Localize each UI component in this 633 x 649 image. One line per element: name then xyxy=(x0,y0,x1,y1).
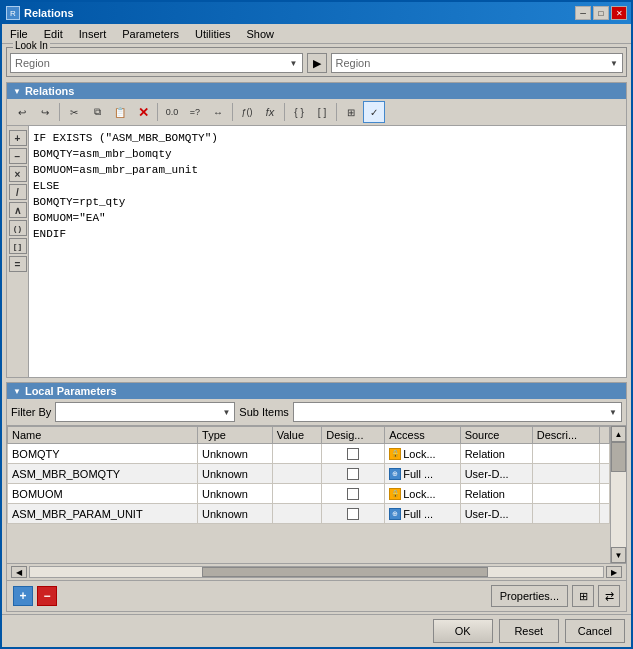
function-browse-button[interactable]: ƒ() xyxy=(236,101,258,123)
add-parameter-button[interactable]: + xyxy=(13,586,33,606)
look-in-label: Look In xyxy=(13,40,50,51)
ok-button[interactable]: OK xyxy=(433,619,493,643)
params-table-wrapper: Name Type Value Desig... Access Source D… xyxy=(7,426,626,563)
relations-toolbar: ↩ ↪ ✂ ⧉ 📋 ✕ 0.0 =? ↔ ƒ() fx { } [ ] ⊞ ✓ xyxy=(7,99,626,126)
cancel-button[interactable]: Cancel xyxy=(565,619,625,643)
minus-op-button[interactable]: − xyxy=(9,148,27,164)
title-bar: R Relations ─ □ ✕ xyxy=(2,2,631,24)
arrow-button[interactable]: ↔ xyxy=(207,101,229,123)
cell-descri xyxy=(532,484,599,504)
fx-button[interactable]: fx xyxy=(259,101,281,123)
plus-op-button[interactable]: + xyxy=(9,130,27,146)
cell-desig[interactable] xyxy=(322,504,385,524)
col-value[interactable]: Value xyxy=(272,427,321,444)
format-num-button[interactable]: 0.0 xyxy=(161,101,183,123)
sub-items-dropdown-icon: ▼ xyxy=(609,408,617,417)
add-remove-buttons: + − xyxy=(13,586,57,606)
desig-checkbox[interactable] xyxy=(347,508,359,520)
look-in-navigate-button[interactable]: ▶ xyxy=(307,53,327,73)
properties-button[interactable]: Properties... xyxy=(491,585,568,607)
bracket-op-button[interactable]: [ ] xyxy=(9,238,27,254)
menu-insert[interactable]: Insert xyxy=(75,27,111,41)
minimize-button[interactable]: ─ xyxy=(575,6,591,20)
relations-header: ▼ Relations xyxy=(7,83,626,99)
sync-button[interactable]: ⇄ xyxy=(598,585,620,607)
table-row: BOMUOM Unknown 🔒Lock... Relation xyxy=(8,484,610,504)
sub-items-label: Sub Items xyxy=(239,406,289,418)
redo-button[interactable]: ↪ xyxy=(34,101,56,123)
access-text: Full ... xyxy=(403,468,433,480)
col-source[interactable]: Source xyxy=(460,427,532,444)
horizontal-scrollbar[interactable] xyxy=(29,566,604,578)
toolbar-sep4 xyxy=(284,103,285,121)
scroll-track[interactable] xyxy=(611,442,626,547)
reset-button[interactable]: Reset xyxy=(499,619,559,643)
menu-bar: File Edit Insert Parameters Utilities Sh… xyxy=(2,24,631,44)
desig-checkbox[interactable] xyxy=(347,488,359,500)
col-desig[interactable]: Desig... xyxy=(322,427,385,444)
params-scrollbar-row: ◀ ▶ xyxy=(7,563,626,580)
window-icon: R xyxy=(6,6,20,20)
relations-collapse-icon[interactable]: ▼ xyxy=(13,87,21,96)
scroll-left-button[interactable]: ◀ xyxy=(11,566,27,578)
copy-button[interactable]: ⧉ xyxy=(86,101,108,123)
columns-button[interactable]: ⊞ xyxy=(572,585,594,607)
power-op-button[interactable]: ∧ xyxy=(9,202,27,218)
divide-op-button[interactable]: / xyxy=(9,184,27,200)
multiply-op-button[interactable]: × xyxy=(9,166,27,182)
cell-desig[interactable] xyxy=(322,444,385,464)
filter-by-combo[interactable]: ▼ xyxy=(55,402,235,422)
full-access-icon: ⊕ xyxy=(389,468,401,480)
filter-button[interactable]: ⊞ xyxy=(340,101,362,123)
cell-source: User-D... xyxy=(460,464,532,484)
equals-check-button[interactable]: =? xyxy=(184,101,206,123)
cell-extra xyxy=(600,484,610,504)
cell-value xyxy=(272,504,321,524)
look-in-dropdown2-icon: ▼ xyxy=(610,59,618,68)
close-button[interactable]: ✕ xyxy=(611,6,627,20)
paste-button[interactable]: 📋 xyxy=(109,101,131,123)
desig-checkbox[interactable] xyxy=(347,448,359,460)
menu-parameters[interactable]: Parameters xyxy=(118,27,183,41)
menu-edit[interactable]: Edit xyxy=(40,27,67,41)
equals-op-button[interactable]: = xyxy=(9,256,27,272)
col-access[interactable]: Access xyxy=(385,427,460,444)
menu-file[interactable]: File xyxy=(6,27,32,41)
cell-descri xyxy=(532,444,599,464)
table-row: ASM_MBR_BOMQTY Unknown ⊕Full ... User-D.… xyxy=(8,464,610,484)
cell-source: Relation xyxy=(460,444,532,464)
desig-checkbox[interactable] xyxy=(347,468,359,480)
cell-desig[interactable] xyxy=(322,484,385,504)
look-in-region2[interactable]: Region ▼ xyxy=(331,53,624,73)
cell-type: Unknown xyxy=(198,464,273,484)
scroll-down-button[interactable]: ▼ xyxy=(611,547,626,563)
look-in-region1[interactable]: Region ▼ xyxy=(10,53,303,73)
remove-parameter-button[interactable]: − xyxy=(37,586,57,606)
menu-show[interactable]: Show xyxy=(243,27,279,41)
cell-access: ⊕Full ... xyxy=(385,504,460,524)
col-descri[interactable]: Descri... xyxy=(532,427,599,444)
vertical-scrollbar: ▲ ▼ xyxy=(610,426,626,563)
curly-brackets-button[interactable]: { } xyxy=(288,101,310,123)
scroll-up-button[interactable]: ▲ xyxy=(611,426,626,442)
add-remove-row: + − Properties... ⊞ ⇄ xyxy=(7,580,626,611)
code-editor[interactable]: IF EXISTS ("ASM_MBR_BOMQTY") BOMQTY=asm_… xyxy=(29,126,626,377)
undo-button[interactable]: ↩ xyxy=(11,101,33,123)
relations-label: Relations xyxy=(25,85,75,97)
col-type[interactable]: Type xyxy=(198,427,273,444)
menu-utilities[interactable]: Utilities xyxy=(191,27,234,41)
cell-desig[interactable] xyxy=(322,464,385,484)
paren-op-button[interactable]: ( ) xyxy=(9,220,27,236)
cut-button[interactable]: ✂ xyxy=(63,101,85,123)
sub-items-combo[interactable]: ▼ xyxy=(293,402,622,422)
maximize-button[interactable]: □ xyxy=(593,6,609,20)
col-name[interactable]: Name xyxy=(8,427,198,444)
scroll-thumb[interactable] xyxy=(611,442,626,472)
scroll-right-button[interactable]: ▶ xyxy=(606,566,622,578)
cell-source: User-D... xyxy=(460,504,532,524)
check-button[interactable]: ✓ xyxy=(363,101,385,123)
square-brackets-button[interactable]: [ ] xyxy=(311,101,333,123)
local-params-collapse-icon[interactable]: ▼ xyxy=(13,387,21,396)
title-bar-left: R Relations xyxy=(6,6,74,20)
delete-button[interactable]: ✕ xyxy=(132,101,154,123)
